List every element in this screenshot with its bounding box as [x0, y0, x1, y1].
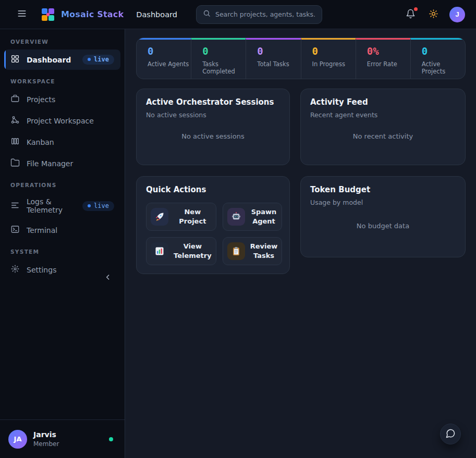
- chat-fab-button[interactable]: [440, 424, 461, 444]
- mosaic-logo[interactable]: [41, 7, 55, 22]
- section-label-operations: OPERATIONS: [10, 182, 114, 188]
- stats-row: 0 Active Agents 0 Tasks Completed 0 Tota…: [136, 38, 466, 79]
- card-title: Quick Actions: [146, 185, 280, 194]
- stat-value: 0: [148, 45, 191, 57]
- sidebar-item-settings[interactable]: Settings: [4, 259, 120, 280]
- activity-feed-card: Activity Feed Recent agent events No rec…: [300, 89, 466, 165]
- gear-icon: [10, 264, 20, 275]
- stat-total-tasks: 0 Total Tasks: [246, 38, 300, 79]
- top-bar: Mosaic Stack Dashboard J: [0, 0, 476, 29]
- stat-label: Tasks Completed: [202, 60, 246, 75]
- stat-label: In Progress: [312, 60, 356, 68]
- menu-icon: [17, 8, 27, 20]
- section-label-workspace: WORKSPACE: [10, 78, 114, 84]
- breadcrumb: Dashboard: [136, 10, 177, 19]
- sidebar-nav: OVERVIEW Dashboard live WORKSPACE Projec…: [0, 29, 125, 419]
- theme-toggle-button[interactable]: [426, 7, 441, 22]
- stat-value: 0: [257, 45, 300, 57]
- main-content: 0 Active Agents 0 Tasks Completed 0 Tota…: [125, 29, 476, 458]
- notification-dot: [414, 7, 418, 11]
- chevron-left-icon: [104, 275, 112, 283]
- menu-button[interactable]: [15, 6, 29, 22]
- stat-active-agents: 0 Active Agents: [137, 38, 191, 79]
- user-avatar-button[interactable]: J: [449, 7, 465, 22]
- sidebar-item-terminal[interactable]: Terminal: [4, 220, 120, 240]
- app-title: Mosaic Stack: [61, 9, 124, 19]
- view-telemetry-button[interactable]: View Telemetry: [146, 237, 216, 265]
- section-label-overview: OVERVIEW: [10, 39, 114, 45]
- empty-state-text: No active sessions: [146, 119, 280, 156]
- active-indicator: [4, 49, 6, 70]
- section-label-system: SYSTEM: [10, 249, 114, 255]
- sidebar-item-label: Project Workspace: [27, 117, 94, 125]
- stat-value: 0: [422, 45, 465, 57]
- notifications-button[interactable]: [404, 7, 418, 22]
- user-initials-avatar: JA: [8, 430, 27, 449]
- cards-grid: Active Orchestrator Sessions No active s…: [136, 89, 466, 274]
- action-label: Review Tasks: [250, 242, 278, 260]
- online-status-dot: [109, 437, 113, 441]
- action-label: New Project: [174, 207, 212, 226]
- bar-chart-icon: [151, 242, 168, 260]
- sidebar-item-label: Logs & Telemetry: [27, 197, 76, 214]
- terminal-icon: [10, 225, 20, 236]
- sidebar-item-kanban[interactable]: Kanban: [4, 132, 120, 152]
- live-badge: live: [82, 55, 114, 65]
- empty-state-text: No recent activity: [310, 119, 456, 156]
- stat-label: Active Agents: [148, 60, 191, 68]
- empty-state-text: No budget data: [310, 206, 456, 249]
- live-dot-icon: [88, 58, 91, 61]
- stat-value: 0%: [367, 45, 410, 57]
- sidebar-item-label: Settings: [27, 266, 56, 274]
- stat-label: Total Tasks: [257, 60, 300, 68]
- search-bar[interactable]: [196, 5, 322, 24]
- stat-value: 0: [202, 45, 246, 57]
- stat-value: 0: [312, 45, 356, 57]
- clipboard-icon: [227, 242, 245, 260]
- log-lines-icon: [10, 201, 20, 212]
- action-label: Spawn Agent: [250, 207, 278, 226]
- chat-bubble-icon: [445, 428, 456, 440]
- sidebar: OVERVIEW Dashboard live WORKSPACE Projec…: [0, 29, 125, 458]
- stat-active-projects: 0 Active Projects: [410, 38, 465, 79]
- sidebar-item-label: Kanban: [27, 138, 54, 146]
- sidebar-item-label: File Manager: [27, 159, 73, 168]
- search-icon: [203, 9, 211, 19]
- folder-icon: [10, 158, 20, 169]
- user-name: Jarvis: [33, 430, 59, 439]
- sessions-card: Active Orchestrator Sessions No active s…: [136, 89, 290, 165]
- user-card[interactable]: JA Jarvis Member: [0, 419, 125, 458]
- sidebar-item-file-manager[interactable]: File Manager: [4, 153, 120, 174]
- stat-error-rate: 0% Error Rate: [356, 38, 410, 79]
- sidebar-item-label: Dashboard: [27, 56, 71, 64]
- avatar-initial: J: [455, 10, 459, 18]
- sidebar-item-projects[interactable]: Projects: [4, 89, 120, 109]
- dashboard-grid-icon: [10, 54, 20, 65]
- rocket-icon: [151, 208, 168, 226]
- search-input[interactable]: [215, 10, 315, 18]
- card-title: Token Budget: [310, 185, 456, 194]
- sidebar-collapse-button[interactable]: [104, 273, 112, 283]
- action-label: View Telemetry: [174, 242, 212, 260]
- review-tasks-button[interactable]: Review Tasks: [223, 237, 283, 265]
- live-dot-icon: [88, 204, 91, 207]
- new-project-button[interactable]: New Project: [146, 203, 216, 231]
- quick-actions-card: Quick Actions New Project: [136, 176, 290, 274]
- card-subtitle: Usage by model: [310, 199, 456, 206]
- briefcase-icon: [10, 94, 20, 105]
- card-title: Active Orchestrator Sessions: [146, 97, 280, 107]
- card-subtitle: No active sessions: [146, 111, 280, 119]
- stat-label: Error Rate: [367, 60, 410, 68]
- header-actions: J: [404, 7, 465, 22]
- user-role: Member: [33, 440, 59, 448]
- card-subtitle: Recent agent events: [310, 111, 456, 119]
- kanban-columns-icon: [10, 137, 20, 147]
- spawn-agent-button[interactable]: Spawn Agent: [223, 203, 283, 231]
- token-budget-card: Token Budget Usage by model No budget da…: [300, 176, 466, 257]
- sidebar-item-project-workspace[interactable]: Project Workspace: [4, 110, 120, 131]
- sidebar-item-logs-telemetry[interactable]: Logs & Telemetry live: [4, 193, 120, 219]
- nodes-icon: [10, 115, 20, 126]
- sidebar-item-dashboard[interactable]: Dashboard live: [4, 49, 120, 70]
- sidebar-item-label: Projects: [27, 95, 55, 104]
- stat-label: Active Projects: [422, 60, 465, 75]
